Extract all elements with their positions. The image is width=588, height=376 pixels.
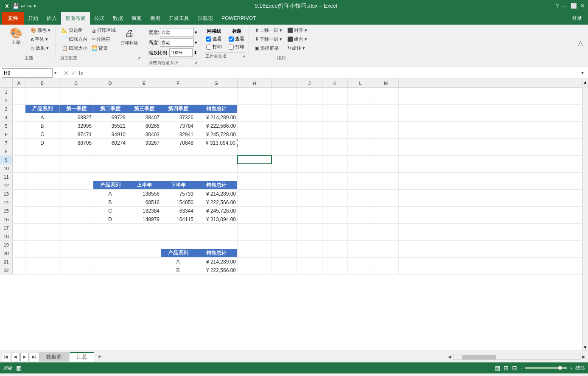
grid-scroll-area[interactable]: A B C D E F G H I J K L M 1	[0, 79, 582, 351]
row-number-4[interactable]: 4	[0, 113, 13, 121]
col-header-m[interactable]: M	[373, 79, 399, 87]
cell-g14[interactable]: ¥ 222,566.00	[195, 198, 238, 206]
cell-b5[interactable]: B	[25, 122, 59, 130]
cell-c5[interactable]: 32995	[59, 122, 93, 130]
cell-a6[interactable]	[13, 130, 25, 138]
cell-i5[interactable]	[272, 122, 297, 130]
cell-l6[interactable]	[348, 130, 373, 138]
menu-addins[interactable]: 加载项	[193, 12, 217, 25]
cell-j6[interactable]	[297, 130, 322, 138]
sheet-nav-next[interactable]: ▶	[20, 353, 29, 361]
cell-d3[interactable]: 第二季度	[93, 105, 127, 113]
row-number-11[interactable]: 11	[0, 173, 13, 181]
cell-h4[interactable]	[238, 113, 272, 121]
cell-i6[interactable]	[272, 130, 297, 138]
row-number-10[interactable]: 10	[0, 164, 13, 172]
cell-f2[interactable]	[161, 96, 195, 104]
cell-j1[interactable]	[297, 88, 322, 96]
col-header-k[interactable]: K	[322, 79, 348, 87]
bring-forward-btn[interactable]: ⬆ 上移一层 ▾	[253, 26, 284, 34]
vertical-scrollbar[interactable]: ▲ ▼	[582, 79, 588, 351]
cell-k1[interactable]	[322, 88, 348, 96]
row-number-5[interactable]: 5	[0, 122, 13, 130]
cell-k3[interactable]	[322, 105, 348, 113]
cell-i2[interactable]	[272, 96, 297, 104]
sheet-add-btn[interactable]: ＋	[95, 352, 104, 362]
login-btn[interactable]: 登录	[568, 12, 586, 25]
cell-c6[interactable]: 87474	[59, 130, 93, 138]
cell-a7[interactable]	[13, 139, 25, 147]
cell-c4[interactable]: 68827	[59, 113, 93, 121]
cell-l5[interactable]	[348, 122, 373, 130]
cell-d12[interactable]: 产品系列	[93, 181, 127, 189]
menu-page-layout[interactable]: 页面布局	[61, 12, 90, 25]
cell-g7[interactable]: ¥ 313,094.00	[195, 139, 238, 147]
cell-h3[interactable]	[238, 105, 272, 113]
menu-powerpivot[interactable]: POWERPIVOT	[217, 12, 260, 25]
hscroll-right-btn[interactable]: ▶	[581, 354, 586, 360]
name-box-dropdown-icon[interactable]: ▾	[54, 70, 56, 75]
cell-f16[interactable]: 164115	[161, 215, 195, 223]
cell-j2[interactable]	[297, 96, 322, 104]
cell-i7[interactable]	[272, 139, 297, 147]
row-number-20[interactable]: 20	[0, 249, 13, 257]
align-btn[interactable]: ⬛ 对齐 ▾	[286, 26, 309, 34]
scroll-up-btn[interactable]: ▲	[582, 79, 588, 85]
cell-e1[interactable]	[127, 88, 161, 96]
cell-d13[interactable]: A	[93, 190, 127, 198]
page-setup-expand-icon[interactable]: ↗	[137, 56, 140, 61]
row-number-8[interactable]: 8	[0, 147, 13, 155]
cell-f1[interactable]	[161, 88, 195, 96]
confirm-formula-icon[interactable]: ✓	[71, 70, 76, 76]
row-number-12[interactable]: 12	[0, 181, 13, 189]
headings-view-checkbox[interactable]: 查看	[228, 35, 245, 42]
cell-l2[interactable]	[348, 96, 373, 104]
cell-j4[interactable]	[297, 113, 322, 121]
col-header-e[interactable]: E	[127, 79, 161, 87]
zoom-out-btn[interactable]: −	[521, 365, 523, 370]
cell-e4[interactable]: 38407	[127, 113, 161, 121]
cell-f4[interactable]: 37326	[161, 113, 195, 121]
col-header-c[interactable]: C	[59, 79, 93, 87]
cell-f7[interactable]: 70848	[161, 139, 195, 147]
cell-m3[interactable]	[373, 105, 399, 113]
col-header-f[interactable]: F	[161, 79, 195, 87]
cell-g16[interactable]: ¥ 313,094.00	[195, 215, 238, 223]
height-dropdown-icon[interactable]: ▾	[195, 40, 197, 45]
name-box[interactable]: H9	[2, 68, 53, 78]
scale-input[interactable]	[169, 48, 193, 57]
cell-g20[interactable]: 销售总计	[195, 249, 238, 257]
cell-b2[interactable]	[25, 96, 59, 104]
zoom-slider-thumb[interactable]	[558, 366, 562, 370]
cell-m7[interactable]	[373, 139, 399, 147]
width-input[interactable]	[160, 28, 194, 36]
cell-h9-selected[interactable]	[238, 156, 272, 164]
undo-icon[interactable]: ↩	[21, 3, 25, 9]
redo-icon[interactable]: ↪	[27, 3, 32, 9]
cell-i3[interactable]	[272, 105, 297, 113]
gridlines-view-input[interactable]	[206, 36, 211, 42]
cell-f22[interactable]: B	[161, 266, 195, 274]
cell-g5[interactable]: ¥ 222,566.00	[195, 122, 238, 130]
menu-developer[interactable]: 开发工具	[165, 12, 193, 25]
sheet-options-expand-icon[interactable]: ↗	[242, 54, 245, 59]
hscroll-left-btn[interactable]: ◀	[447, 354, 452, 360]
orientation-btn[interactable]: 📄 纸张方向	[60, 35, 89, 43]
headings-view-input[interactable]	[229, 36, 234, 42]
file-menu-btn[interactable]: 文件	[2, 12, 24, 25]
col-header-j[interactable]: J	[297, 79, 322, 87]
cell-m2[interactable]	[373, 96, 399, 104]
cell-f15[interactable]: 63344	[161, 207, 195, 215]
hscroll-thumb[interactable]	[462, 355, 496, 359]
row-number-9[interactable]: 9	[0, 156, 13, 164]
headings-print-input[interactable]	[229, 45, 234, 50]
breaks-btn[interactable]: ✂ 分隔符	[90, 35, 118, 43]
menu-review[interactable]: 审阅	[127, 12, 146, 25]
cell-j5[interactable]	[297, 122, 322, 130]
cell-d2[interactable]	[93, 96, 127, 104]
cell-l1[interactable]	[348, 88, 373, 96]
cell-a4[interactable]	[13, 113, 25, 121]
row-number-13[interactable]: 13	[0, 190, 13, 198]
col-header-a[interactable]: A	[13, 79, 25, 87]
send-back-btn[interactable]: ⬇ 下移一层 ▾	[253, 35, 284, 43]
